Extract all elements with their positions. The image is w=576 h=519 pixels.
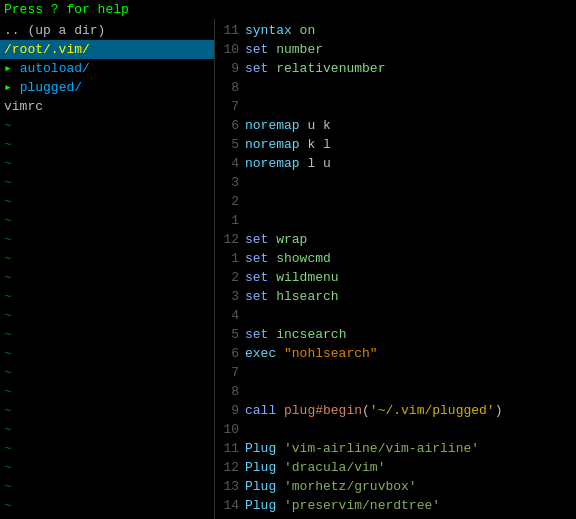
line-number: 12 (215, 458, 245, 477)
sidebar-line[interactable]: ▸ plugged/ (0, 78, 214, 97)
editor[interactable]: 11syntax on10set number 9set relativenum… (215, 19, 576, 519)
line-content: set showcmd (245, 249, 576, 268)
line-content (245, 420, 576, 439)
line-number: 7 (215, 97, 245, 116)
line-content: Plug 'preservim/nerdtree' (245, 496, 576, 515)
main-panel: .. (up a dir)/root/.vim/ ▸ autoload/ ▸ p… (0, 19, 576, 519)
editor-line: 5noremap k l (215, 135, 576, 154)
line-content: set incsearch (245, 325, 576, 344)
editor-line: 11syntax on (215, 21, 576, 40)
editor-line: 13Plug 'morhetz/gruvbox' (215, 477, 576, 496)
sidebar-line: ~ (0, 173, 214, 192)
editor-line: 14Plug 'preservim/nerdtree' (215, 496, 576, 515)
line-number: 11 (215, 21, 245, 40)
sidebar-line: ~ (0, 249, 214, 268)
editor-line: 6exec "nohlsearch" (215, 344, 576, 363)
line-content: exec "nohlsearch" (245, 344, 576, 363)
line-number: 8 (215, 382, 245, 401)
line-number: 6 (215, 116, 245, 135)
line-content (245, 78, 576, 97)
sidebar-line: ~ (0, 420, 214, 439)
sidebar-line[interactable]: vimrc (0, 97, 214, 116)
editor-line: 8 (215, 78, 576, 97)
editor-line: 7 (215, 363, 576, 382)
editor-line: 7 (215, 97, 576, 116)
line-number: 7 (215, 363, 245, 382)
line-number: 6 (215, 344, 245, 363)
line-content: call plug#begin('~/.vim/plugged') (245, 401, 576, 420)
editor-line: 9call plug#begin('~/.vim/plugged') (215, 401, 576, 420)
app: Press ? for help .. (up a dir)/root/.vim… (0, 0, 576, 519)
editor-line: 11Plug 'vim-airline/vim-airline' (215, 439, 576, 458)
line-number: 9 (215, 401, 245, 420)
sidebar-line: ~ (0, 306, 214, 325)
line-number: 14 (215, 496, 245, 515)
sidebar-line[interactable]: ▸ autoload/ (0, 59, 214, 78)
line-number: 10 (215, 40, 245, 59)
line-content (245, 192, 576, 211)
sidebar-line: ~ (0, 287, 214, 306)
sidebar[interactable]: .. (up a dir)/root/.vim/ ▸ autoload/ ▸ p… (0, 19, 215, 519)
line-content: noremap k l (245, 135, 576, 154)
editor-line: 5set incsearch (215, 325, 576, 344)
line-number: 3 (215, 173, 245, 192)
line-content: Plug 'vim-airline/vim-airline' (245, 439, 576, 458)
line-number: 11 (215, 439, 245, 458)
line-number: 5 (215, 325, 245, 344)
editor-line: 4 (215, 306, 576, 325)
editor-line: 2set wildmenu (215, 268, 576, 287)
editor-line: 8 (215, 382, 576, 401)
line-number: 1 (215, 211, 245, 230)
editor-line: 1 (215, 211, 576, 230)
line-content: set number (245, 40, 576, 59)
line-content: Plug 'morhetz/gruvbox' (245, 477, 576, 496)
line-number: 15 (215, 515, 245, 519)
sidebar-line: ~ (0, 439, 214, 458)
sidebar-line: ~ (0, 325, 214, 344)
editor-line: 9set relativenumber (215, 59, 576, 78)
line-content: set wildmenu (245, 268, 576, 287)
editor-line: 3set hlsearch (215, 287, 576, 306)
sidebar-line: .. (up a dir) (0, 21, 214, 40)
line-number: 8 (215, 78, 245, 97)
line-number: 1 (215, 249, 245, 268)
line-content (245, 211, 576, 230)
sidebar-line: ~ (0, 401, 214, 420)
line-number: 12 (215, 230, 245, 249)
line-content: noremap u k (245, 116, 576, 135)
line-number: 4 (215, 154, 245, 173)
editor-line: 4noremap l u (215, 154, 576, 173)
sidebar-line: ~ (0, 192, 214, 211)
line-number: 10 (215, 420, 245, 439)
sidebar-line: ~ (0, 135, 214, 154)
sidebar-line: ~ (0, 211, 214, 230)
header: Press ? for help (0, 0, 576, 19)
line-number: 3 (215, 287, 245, 306)
editor-line: 6noremap u k (215, 116, 576, 135)
line-content: set relativenumber (245, 59, 576, 78)
sidebar-line: ~ (0, 458, 214, 477)
sidebar-line: ~ (0, 477, 214, 496)
header-text: Press ? for help (4, 2, 129, 17)
line-content (245, 515, 576, 519)
sidebar-line: ~ (0, 496, 214, 515)
sidebar-line: ~ (0, 268, 214, 287)
sidebar-line[interactable]: /root/.vim/ (0, 40, 214, 59)
line-number: 2 (215, 268, 245, 287)
sidebar-line: ~ (0, 116, 214, 135)
sidebar-line: ~ (0, 344, 214, 363)
line-content: Plug 'dracula/vim' (245, 458, 576, 477)
line-content: set hlsearch (245, 287, 576, 306)
sidebar-line: ~ (0, 154, 214, 173)
line-content: syntax on (245, 21, 576, 40)
line-number: 9 (215, 59, 245, 78)
editor-line: 10set number (215, 40, 576, 59)
editor-line: 3 (215, 173, 576, 192)
line-number: 4 (215, 306, 245, 325)
line-content: set wrap (245, 230, 576, 249)
sidebar-line: ~ (0, 230, 214, 249)
sidebar-line: ~ (0, 382, 214, 401)
line-number: 5 (215, 135, 245, 154)
line-content (245, 382, 576, 401)
line-number: 2 (215, 192, 245, 211)
